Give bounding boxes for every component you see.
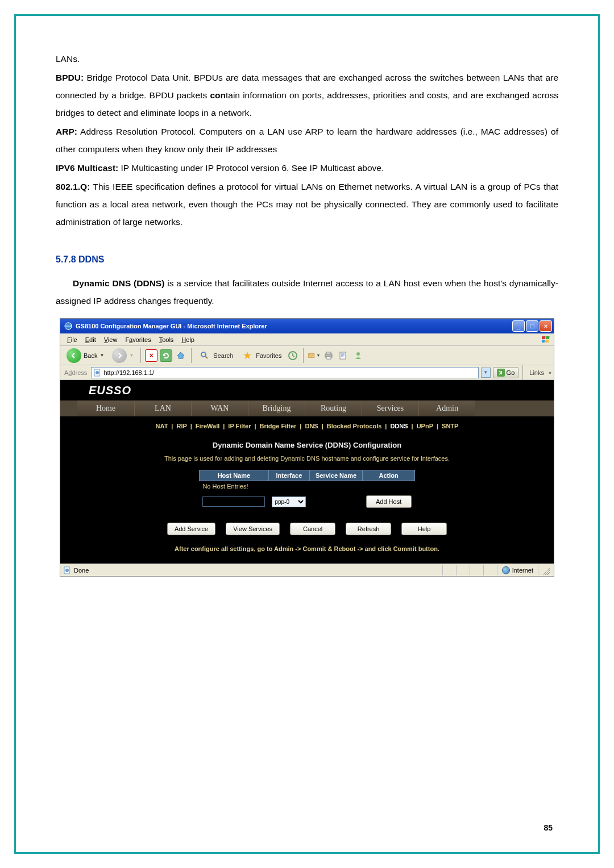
- internet-zone-icon: [502, 566, 510, 574]
- resize-grip[interactable]: [538, 565, 551, 575]
- ie-icon: [64, 322, 73, 331]
- commit-hint: After configure all settings, go to Admi…: [77, 545, 537, 552]
- mail-button[interactable]: ▼: [308, 349, 320, 362]
- titlebar-left: GS8100 Configuration Manager GUI - Micro…: [64, 322, 267, 331]
- svg-rect-4: [545, 340, 549, 343]
- tab-services[interactable]: Services: [362, 400, 418, 416]
- back-button[interactable]: Back ▼: [64, 348, 107, 363]
- th-servicename: Service Name: [309, 470, 362, 481]
- subtab-dns[interactable]: DNS: [301, 423, 321, 429]
- subtab-sntp[interactable]: SNTP: [438, 423, 462, 429]
- minimize-button[interactable]: _: [512, 320, 525, 332]
- menu-favorites[interactable]: Favorites: [122, 335, 154, 344]
- links-label[interactable]: Links: [527, 369, 546, 376]
- ddns-panel: Dynamic Domain Name Service (DDNS) Confi…: [60, 432, 554, 564]
- no-entries-row: No Host Entries!: [199, 481, 414, 494]
- bpdu-con: con: [210, 90, 226, 100]
- subtab-ddns[interactable]: DDNS: [387, 423, 411, 429]
- address-url: http://192.168.1.1/: [103, 369, 154, 376]
- address-field[interactable]: http://192.168.1.1/: [91, 367, 478, 378]
- cancel-button[interactable]: Cancel: [290, 523, 335, 535]
- tab-wan[interactable]: WAN: [191, 400, 248, 416]
- links-chevron-icon[interactable]: »: [549, 370, 551, 375]
- forward-button[interactable]: ▼: [109, 348, 136, 363]
- print-button[interactable]: [322, 349, 335, 362]
- menu-help[interactable]: Help: [178, 335, 198, 344]
- menu-file[interactable]: File: [64, 335, 81, 344]
- forward-caret-icon: ▼: [129, 353, 134, 358]
- back-label: Back: [84, 352, 97, 359]
- subtab-firewall[interactable]: FireWall: [192, 423, 223, 429]
- tab-routing[interactable]: Routing: [305, 400, 362, 416]
- sub-nav: NAT| RIP| FireWall| IP Filter| Bridge Fi…: [60, 416, 554, 432]
- menu-edit[interactable]: Edit: [82, 335, 99, 344]
- ipv6-label: IPV6 Multicast:: [56, 163, 118, 173]
- search-button[interactable]: Search: [196, 348, 236, 363]
- tab-home[interactable]: Home: [77, 400, 134, 416]
- eusso-logo: EUSSO: [89, 384, 131, 397]
- titlebar[interactable]: GS8100 Configuration Manager GUI - Micro…: [60, 319, 554, 333]
- go-arrow-icon: [497, 369, 505, 377]
- svg-rect-10: [326, 352, 331, 354]
- go-button[interactable]: Go: [493, 367, 519, 378]
- toolbar: Back ▼ ▼ × Search: [60, 346, 554, 365]
- subtab-rip[interactable]: RIP: [173, 423, 190, 429]
- addr-sep: [522, 365, 523, 380]
- th-interface: Interface: [268, 470, 309, 481]
- subtab-ipfilter[interactable]: IP Filter: [225, 423, 254, 429]
- page-icon: [93, 368, 102, 377]
- svg-point-18: [96, 371, 99, 374]
- th-action: Action: [363, 470, 415, 481]
- view-services-button[interactable]: View Services: [226, 523, 280, 535]
- back-icon: [67, 348, 81, 363]
- interface-select[interactable]: ppp-0: [272, 496, 306, 507]
- favorites-button[interactable]: ★ Favorites: [238, 348, 284, 363]
- arp-para: ARP: Address Resolution Protocol. Comput…: [56, 123, 558, 158]
- svg-rect-11: [326, 357, 331, 359]
- add-row: ppp-0 Add Host: [199, 493, 414, 510]
- subtab-bridgefilter[interactable]: Bridge Filter: [256, 423, 300, 429]
- subtab-blockedprot[interactable]: Blocked Protocols: [323, 423, 385, 429]
- edit-button[interactable]: [337, 349, 350, 362]
- tab-bridging[interactable]: Bridging: [248, 400, 305, 416]
- address-dropdown[interactable]: ▼: [481, 368, 491, 378]
- add-service-button[interactable]: Add Service: [167, 523, 215, 535]
- q-label: 802.1.Q:: [56, 182, 90, 191]
- main-nav: Home LAN WAN Bridging Routing Services A…: [60, 400, 554, 416]
- subtab-nat[interactable]: NAT: [152, 423, 172, 429]
- subtab-upnp[interactable]: UPnP: [413, 423, 437, 429]
- window-controls: _ □ ×: [512, 320, 552, 332]
- menubar: File Edit View Favorites Tools Help: [60, 333, 554, 346]
- refresh-button[interactable]: [160, 349, 172, 362]
- home-button[interactable]: [175, 349, 187, 362]
- section-578-heading: 5.7.8 DDNS: [56, 251, 558, 269]
- svg-rect-12: [340, 352, 346, 359]
- ipv6-text: IP Multicasting under IP Protocol versio…: [118, 163, 384, 173]
- menu-tools[interactable]: Tools: [156, 335, 177, 344]
- svg-point-5: [201, 352, 206, 357]
- status-cell-3: [470, 565, 483, 575]
- document-frame: LANs. BPDU: Bridge Protocol Data Unit. B…: [14, 14, 600, 854]
- refresh-page-button[interactable]: Refresh: [346, 523, 391, 535]
- history-button[interactable]: [287, 349, 299, 362]
- ddns-intro-bold: Dynamic DNS (DDNS): [73, 278, 164, 288]
- table-header-row: Host Name Interface Service Name Action: [199, 470, 414, 481]
- tab-admin[interactable]: Admin: [418, 400, 475, 416]
- add-host-button[interactable]: Add Host: [366, 495, 412, 508]
- toolbar-sep2: [191, 348, 192, 363]
- tab-lan[interactable]: LAN: [134, 400, 191, 416]
- maximize-button[interactable]: □: [526, 320, 538, 332]
- forward-icon: [112, 348, 127, 363]
- status-cells: Internet: [442, 565, 551, 575]
- svg-rect-3: [542, 340, 545, 343]
- ddns-table: Host Name Interface Service Name Action …: [199, 470, 415, 510]
- windows-flag-icon: [541, 335, 551, 345]
- stop-button[interactable]: ×: [145, 349, 157, 362]
- lans-line: LANs.: [56, 50, 558, 68]
- hostname-input[interactable]: [202, 496, 265, 507]
- help-button[interactable]: Help: [401, 523, 447, 535]
- menu-view[interactable]: View: [101, 335, 121, 344]
- messenger-button[interactable]: [352, 349, 364, 362]
- status-left: Done: [63, 566, 89, 575]
- close-button[interactable]: ×: [540, 320, 552, 332]
